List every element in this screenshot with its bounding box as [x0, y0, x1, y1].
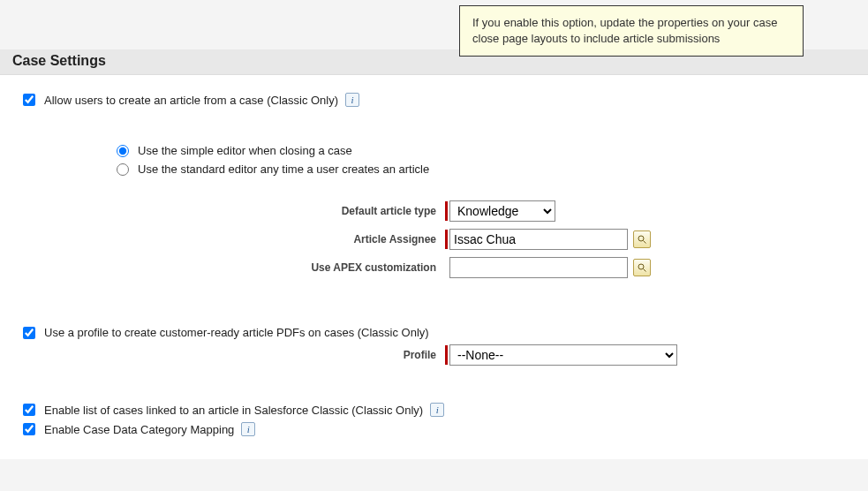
editor-simple-label: Use the simple editor when closing a cas… — [138, 144, 352, 157]
enable-mapping-checkbox[interactable] — [23, 423, 35, 435]
info-icon[interactable]: i — [430, 403, 444, 417]
enable-case-list-label: Enable list of cases linked to an articl… — [44, 404, 423, 417]
editor-standard-radio[interactable] — [117, 163, 129, 176]
svg-line-3 — [644, 269, 646, 272]
allow-create-article-label: Allow users to create an article from a … — [44, 94, 338, 107]
enable-case-list-checkbox[interactable] — [23, 404, 35, 416]
lookup-icon[interactable] — [633, 259, 651, 276]
info-icon[interactable]: i — [241, 422, 255, 436]
allow-create-article-checkbox[interactable] — [23, 94, 35, 106]
default-article-type-label: Default article type — [12, 205, 445, 217]
default-article-type-select[interactable]: Knowledge — [449, 200, 555, 222]
enable-mapping-label: Enable Case Data Category Mapping — [44, 423, 234, 436]
required-bar — [445, 201, 448, 221]
apex-customization-input[interactable] — [449, 257, 628, 278]
required-bar — [445, 345, 448, 365]
profile-label: Profile — [12, 349, 445, 361]
use-profile-pdf-label: Use a profile to create customer-ready a… — [44, 326, 429, 339]
svg-line-1 — [644, 241, 646, 244]
lookup-icon[interactable] — [633, 230, 651, 248]
required-bar — [445, 230, 448, 249]
editor-simple-radio[interactable] — [117, 145, 129, 157]
info-icon[interactable]: i — [345, 93, 359, 107]
svg-point-0 — [638, 236, 644, 241]
profile-select[interactable]: --None-- — [449, 344, 677, 366]
apex-customization-label: Use APEX customization — [12, 261, 445, 274]
editor-standard-label: Use the standard editor any time a user … — [138, 162, 429, 176]
article-assignee-input[interactable] — [449, 229, 628, 250]
article-assignee-label: Article Assignee — [12, 233, 445, 246]
use-profile-pdf-checkbox[interactable] — [23, 327, 35, 339]
section-title: Case Settings — [12, 53, 106, 68]
tooltip-text: If you enable this option, update the pr… — [472, 16, 777, 45]
svg-point-2 — [638, 264, 644, 269]
help-tooltip: If you enable this option, update the pr… — [459, 5, 804, 57]
